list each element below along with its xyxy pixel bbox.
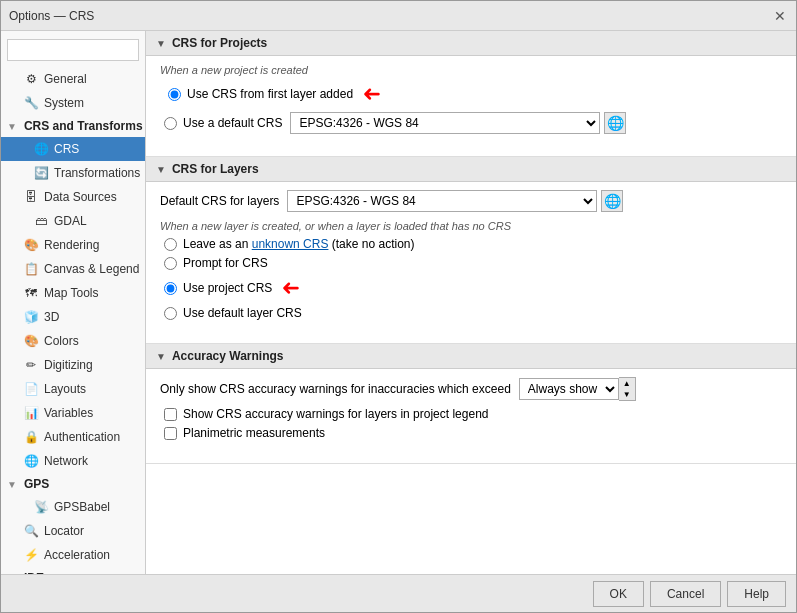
cancel-button[interactable]: Cancel [650, 581, 721, 607]
sidebar-item-label: GDAL [54, 214, 87, 228]
radio-use-default-layer-crs[interactable] [164, 307, 177, 320]
layer-option2-row: Prompt for CRS [160, 256, 782, 270]
variables-icon: 📊 [23, 405, 39, 421]
accuracy-spinner-select[interactable]: Always show [519, 378, 619, 400]
radio-option2-row: Use a default CRS EPSG:4326 - WGS 84 🌐 [160, 112, 782, 134]
search-input[interactable] [7, 39, 139, 61]
collapse-triangle: ▼ [156, 38, 166, 49]
planimetric-label: Planimetric measurements [183, 426, 325, 440]
radio-use-default-crs[interactable] [164, 117, 177, 130]
radio-leave-unknown[interactable] [164, 238, 177, 251]
sidebar-item-transformations[interactable]: 🔄 Transformations [1, 161, 145, 185]
content-area: ⚙ General 🔧 System ▼ CRS and Transforms … [1, 31, 796, 574]
use-default-layer-crs-label: Use default layer CRS [183, 306, 302, 320]
sidebar-item-label: Canvas & Legend [44, 262, 139, 276]
sidebar-item-gpsbabel[interactable]: 📡 GPSBabel [1, 495, 145, 519]
sidebar-item-gps-category[interactable]: ▼ GPS [1, 473, 145, 495]
sidebar-item-3d[interactable]: 🧊 3D [1, 305, 145, 329]
gpsbabel-icon: 📡 [33, 499, 49, 515]
sidebar-item-label: Map Tools [44, 286, 98, 300]
close-button[interactable]: ✕ [772, 8, 788, 24]
sidebar-item-label: Colors [44, 334, 79, 348]
window-title: Options — CRS [9, 9, 94, 23]
sidebar-item-label: Transformations [54, 166, 140, 180]
sidebar-item-rendering[interactable]: 🎨 Rendering [1, 233, 145, 257]
general-icon: ⚙ [23, 71, 39, 87]
default-crs-dropdown[interactable]: EPSG:4326 - WGS 84 [290, 112, 600, 134]
arrow-annotation-2: ➜ [282, 275, 300, 301]
accuracy-spinner-buttons: ▲ ▼ [619, 377, 636, 401]
sidebar-item-digitizing[interactable]: ✏ Digitizing [1, 353, 145, 377]
default-crs-combo-wrapper: EPSG:4326 - WGS 84 🌐 [290, 112, 626, 134]
sidebar-item-variables[interactable]: 📊 Variables [1, 401, 145, 425]
sidebar-item-network[interactable]: 🌐 Network [1, 449, 145, 473]
collapse-icon: ▼ [7, 479, 17, 490]
show-accuracy-warnings-checkbox[interactable] [164, 408, 177, 421]
sidebar-item-label: Digitizing [44, 358, 93, 372]
sidebar-item-label: System [44, 96, 84, 110]
crs-layers-header: ▼ CRS for Layers [146, 157, 796, 182]
layers-crs-selector-button[interactable]: 🌐 [601, 190, 623, 212]
options-window: Options — CRS ✕ ⚙ General 🔧 System ▼ CRS… [0, 0, 797, 613]
sidebar-item-locator[interactable]: 🔍 Locator [1, 519, 145, 543]
sidebar-item-label: Variables [44, 406, 93, 420]
radio-prompt-crs[interactable] [164, 257, 177, 270]
sidebar-item-label: Locator [44, 524, 84, 538]
accuracy-warnings-section: ▼ Accuracy Warnings Only show CRS accura… [146, 344, 796, 464]
sidebar-item-ide-category[interactable]: ▼ IDE [1, 567, 145, 574]
layers-crs-dropdown[interactable]: EPSG:4326 - WGS 84 [287, 190, 597, 212]
canvas-icon: 📋 [23, 261, 39, 277]
gdal-icon: 🗃 [33, 213, 49, 229]
radio-use-crs-first-layer[interactable] [168, 88, 181, 101]
planimetric-checkbox[interactable] [164, 427, 177, 440]
default-crs-layers-label: Default CRS for layers [160, 194, 279, 208]
unknown-crs-link[interactable]: unknown CRS [252, 237, 329, 251]
sidebar-item-authentication[interactable]: 🔒 Authentication [1, 425, 145, 449]
sidebar-item-colors[interactable]: 🎨 Colors [1, 329, 145, 353]
accuracy-header: ▼ Accuracy Warnings [146, 344, 796, 369]
radio-option1-row: Use CRS from first layer added ➜ [160, 81, 782, 107]
sidebar-item-label: CRS and Transforms [24, 119, 143, 133]
crs-layers-section: ▼ CRS for Layers Default CRS for layers … [146, 157, 796, 344]
leave-unknown-label: Leave as an unknown CRS (take no action) [183, 237, 414, 251]
sidebar-item-crs[interactable]: 🌐 CRS [1, 137, 145, 161]
show-accuracy-warnings-row: Show CRS accuracy warnings for layers in… [160, 407, 782, 421]
use-project-crs-label: Use project CRS [183, 281, 272, 295]
section-title-layers: CRS for Layers [172, 162, 259, 176]
spinner-up-button[interactable]: ▲ [619, 378, 635, 389]
sidebar-item-canvas-legend[interactable]: 📋 Canvas & Legend [1, 257, 145, 281]
crs-selector-button[interactable]: 🌐 [604, 112, 626, 134]
option2-text: Use a default CRS [183, 116, 282, 130]
sidebar-item-crs-transforms-category[interactable]: ▼ CRS and Transforms [1, 115, 145, 137]
bottom-bar: OK Cancel Help [1, 574, 796, 612]
locator-icon: 🔍 [23, 523, 39, 539]
layer-option1-row: Leave as an unknown CRS (take no action) [160, 237, 782, 251]
sidebar-item-map-tools[interactable]: 🗺 Map Tools [1, 281, 145, 305]
sidebar-item-label: Data Sources [44, 190, 117, 204]
sidebar-item-label: GPS [24, 477, 49, 491]
rendering-icon: 🎨 [23, 237, 39, 253]
radio-use-project-crs[interactable] [164, 282, 177, 295]
sidebar-item-general[interactable]: ⚙ General [1, 67, 145, 91]
radio-option1-label[interactable]: Use CRS from first layer added [164, 87, 353, 101]
accuracy-row: Only show CRS accuracy warnings for inac… [160, 377, 782, 401]
network-icon: 🌐 [23, 453, 39, 469]
transformations-icon: 🔄 [33, 165, 49, 181]
sidebar-item-gdal[interactable]: 🗃 GDAL [1, 209, 145, 233]
accuracy-section-title: Accuracy Warnings [172, 349, 284, 363]
arrow-annotation-1: ➜ [363, 81, 381, 107]
sidebar-item-label: Layouts [44, 382, 86, 396]
help-button[interactable]: Help [727, 581, 786, 607]
spinner-down-button[interactable]: ▼ [619, 389, 635, 400]
accuracy-body: Only show CRS accuracy warnings for inac… [146, 369, 796, 453]
section-title: CRS for Projects [172, 36, 267, 50]
colors-icon: 🎨 [23, 333, 39, 349]
ok-button[interactable]: OK [593, 581, 644, 607]
sidebar-item-system[interactable]: 🔧 System [1, 91, 145, 115]
collapse-triangle-layers: ▼ [156, 164, 166, 175]
sidebar-item-data-sources[interactable]: 🗄 Data Sources [1, 185, 145, 209]
crs-projects-header: ▼ CRS for Projects [146, 31, 796, 56]
3d-icon: 🧊 [23, 309, 39, 325]
sidebar-item-acceleration[interactable]: ⚡ Acceleration [1, 543, 145, 567]
sidebar-item-layouts[interactable]: 📄 Layouts [1, 377, 145, 401]
